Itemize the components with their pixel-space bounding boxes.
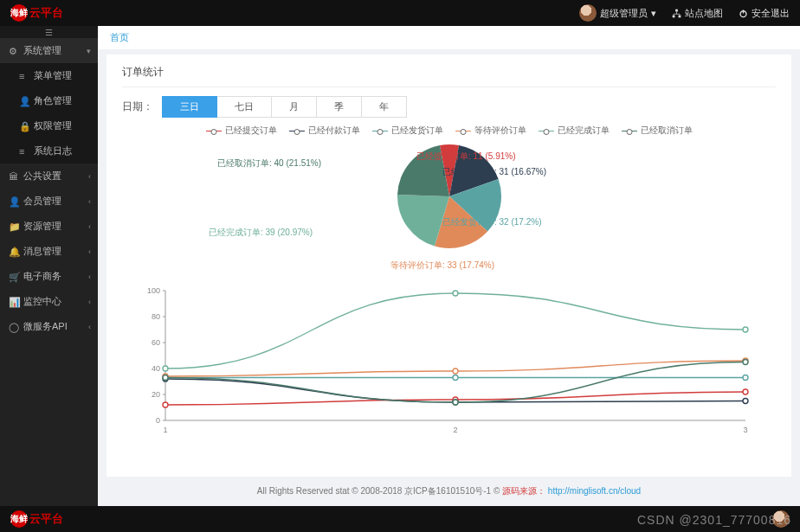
legend-label: 已经发货订单 [391, 125, 443, 137]
sidebar-item-1[interactable]: ≡菜单管理 [0, 63, 98, 88]
line-point[interactable] [453, 375, 458, 381]
line-point[interactable] [453, 291, 458, 296]
line-point[interactable] [453, 400, 458, 405]
range-btn-0[interactable]: 三日 [162, 96, 217, 118]
breadcrumb[interactable]: 首页 [98, 26, 800, 49]
sidebar-item-label: 资源管理 [23, 220, 61, 233]
legend-item-3[interactable]: 等待评价订单 [455, 125, 526, 137]
circle-icon: ◯ [9, 322, 18, 331]
user-menu-bottom[interactable] [772, 510, 790, 528]
legend-label: 已经提交订单 [225, 125, 277, 137]
logo-text: 云平台 [29, 5, 63, 21]
ytick: 80 [152, 312, 160, 321]
power-icon [739, 9, 748, 18]
pie-label-3: 等待评价订单: 33 (17.74%) [390, 260, 494, 272]
footer-link[interactable]: http://minglisoft.cn/cloud [548, 486, 641, 496]
sidebar-item-2[interactable]: 👤角色管理 [0, 88, 98, 113]
range-btn-4[interactable]: 年 [362, 96, 407, 118]
legend-item-5[interactable]: 已经取消订单 [622, 125, 693, 137]
ytick: 40 [152, 364, 160, 373]
range-btn-3[interactable]: 季 [317, 96, 362, 118]
list-icon: ≡ [19, 146, 29, 156]
line-point[interactable] [743, 360, 748, 365]
sitemap-link[interactable]: 站点地图 [672, 7, 723, 20]
line-point[interactable] [453, 369, 458, 374]
line-point[interactable] [743, 327, 748, 332]
chevron-left-icon: ‹ [88, 323, 91, 331]
sidebar-item-label: 系统管理 [23, 44, 61, 57]
sidebar-item-6[interactable]: 👤会员管理‹ [0, 189, 98, 214]
sidebar-item-9[interactable]: 🛒电子商务‹ [0, 264, 98, 289]
monitor-icon: 📊 [9, 297, 18, 306]
sidebar-item-4[interactable]: ≡系统日志 [0, 138, 98, 163]
chevron-left-icon: ‹ [88, 197, 91, 206]
user-label: 超级管理员 [600, 7, 648, 20]
sidebar-item-label: 权限管理 [34, 119, 72, 132]
line-point[interactable] [743, 389, 748, 394]
sidebar-item-10[interactable]: 📊监控中心‹ [0, 289, 98, 314]
pie-label-2: 已经发货订单: 32 (17.2%) [442, 216, 541, 228]
line-point[interactable] [163, 366, 168, 371]
chevron-left-icon: ‹ [88, 222, 91, 231]
sidebar-item-8[interactable]: 🔔消息管理‹ [0, 239, 98, 264]
svg-rect-1 [673, 15, 675, 17]
ytick: 20 [152, 390, 160, 399]
legend-swatch [372, 131, 388, 131]
sidebar-collapse[interactable]: ☰ [0, 26, 98, 38]
folder-icon: 📁 [9, 221, 18, 231]
bell-icon: 🔔 [9, 247, 18, 256]
date-label: 日期： [122, 99, 153, 114]
line-point[interactable] [743, 375, 748, 381]
sidebar-item-11[interactable]: ◯微服务API‹ [0, 314, 98, 339]
ytick: 60 [152, 338, 160, 347]
ytick: 100 [147, 286, 160, 295]
pie-label-5: 已经取消订单: 40 (21.51%) [217, 157, 321, 170]
line-point[interactable] [163, 375, 168, 381]
sidebar-item-0[interactable]: ⚙系统管理▾ [0, 38, 98, 63]
sidebar-item-label: 公共设置 [23, 170, 61, 183]
xtick: 3 [743, 426, 747, 434]
legend-swatch [622, 131, 637, 131]
xtick: 1 [163, 426, 167, 434]
user-menu[interactable]: 超级管理员 ▾ [579, 4, 656, 22]
legend-label: 已经完成订单 [558, 125, 610, 137]
legend-item-1[interactable]: 已经付款订单 [289, 125, 360, 137]
chevron-left-icon: ‹ [88, 172, 91, 181]
logo-text-bottom: 云平台 [29, 511, 63, 527]
lock-icon: 🔒 [19, 121, 29, 131]
line-point[interactable] [163, 402, 168, 407]
sidebar-item-7[interactable]: 📁资源管理‹ [0, 214, 98, 239]
legend-item-4[interactable]: 已经完成订单 [539, 125, 610, 137]
sidebar-item-3[interactable]: 🔒权限管理 [0, 113, 98, 138]
sidebar-item-label: 电子商务 [23, 270, 61, 283]
line-series-4[interactable] [165, 293, 745, 369]
avatar-bottom [772, 510, 790, 528]
range-btn-2[interactable]: 月 [272, 96, 317, 118]
range-btn-1[interactable]: 七日 [217, 96, 272, 118]
panel-title: 订单统计 [122, 65, 776, 87]
sitemap-label: 站点地图 [685, 7, 723, 20]
bottombar: 海鲜 云平台 [0, 506, 800, 532]
legend-label: 已经付款订单 [308, 125, 360, 137]
date-range-row: 日期： 三日七日月季年 [122, 96, 776, 118]
line-point[interactable] [743, 399, 748, 404]
sidebar-item-5[interactable]: 🏛公共设置‹ [0, 163, 98, 189]
sidebar-item-label: 会员管理 [23, 195, 61, 208]
legend-item-0[interactable]: 已经提交订单 [206, 125, 277, 137]
logo-badge-bottom: 海鲜 [10, 510, 28, 528]
sidebar-item-label: 监控中心 [23, 295, 61, 308]
gears-icon: ⚙ [9, 46, 18, 55]
caret-down-icon: ▾ [651, 8, 656, 19]
logo-badge: 海鲜 [10, 4, 28, 22]
legend-item-2[interactable]: 已经发货订单 [372, 125, 443, 137]
logout-link[interactable]: 安全退出 [739, 7, 790, 20]
avatar [579, 4, 597, 22]
line-chart: 020406080100123 [122, 282, 776, 438]
chart-legend: 已经提交订单已经付款订单已经发货订单等待评价订单已经完成订单已经取消订单 [122, 125, 776, 137]
pie-label-1: 已经付款订单: 31 (16.67%) [442, 166, 546, 178]
topbar: 海鲜 云平台 超级管理员 ▾ 站点地图 安全退出 [0, 0, 800, 26]
legend-swatch [206, 131, 222, 131]
ytick: 0 [156, 416, 160, 425]
chevron-left-icon: ‹ [88, 247, 91, 256]
svg-rect-2 [679, 15, 681, 17]
